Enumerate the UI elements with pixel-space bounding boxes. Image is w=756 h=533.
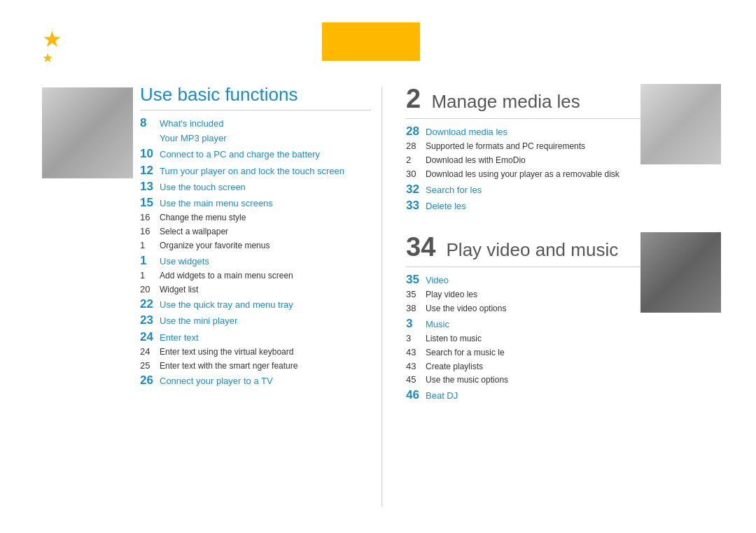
entry-text: Beat DJ <box>426 390 458 402</box>
page-number: 35 <box>406 273 426 287</box>
page-number: 43 <box>406 361 426 371</box>
toc-row: 1 Use widgets <box>140 254 371 268</box>
toc-row: 16 Select a wallpaper <box>140 226 371 238</box>
page-number: 30 <box>406 169 426 179</box>
stars-decoration: ★ ★ <box>42 28 62 64</box>
page-number: 16 <box>140 226 160 236</box>
left-section-heading: Use basic functions <box>140 84 371 111</box>
page-number: 25 <box>140 360 160 371</box>
entry-text: Search for a music le <box>426 347 505 359</box>
toc-row: 20 Widget list <box>140 284 371 296</box>
toc-row: 35 Play video les <box>406 289 630 301</box>
entry-text: Video <box>426 274 449 287</box>
page-number: 1 <box>140 240 160 250</box>
section-number: 34 <box>406 232 435 262</box>
toc-row: 3 Music <box>406 317 630 331</box>
page-number: 33 <box>406 199 426 213</box>
entry-text: Enter text with the smart nger feature <box>160 360 298 372</box>
toc-row: 46 Beat DJ <box>406 388 721 402</box>
entry-text: Use the quick tray and menu tray <box>160 299 293 311</box>
page-number: 22 <box>140 297 160 311</box>
toc-row: 2 Download les with EmoDio <box>406 155 630 166</box>
entry-text: Use widgets <box>160 255 209 268</box>
entry-text: Music <box>426 318 449 331</box>
page-number: 24 <box>140 330 160 344</box>
page-number: 3 <box>406 317 426 331</box>
toc-row: Your MP3 player <box>160 132 371 145</box>
entry-text: Delete les <box>426 200 466 213</box>
page-number: 8 <box>140 116 160 130</box>
toc-row: 1 Add widgets to a main menu screen <box>140 270 371 282</box>
entry-text: Use the touch screen <box>160 181 246 194</box>
page-number: 35 <box>406 289 426 299</box>
entry-text: Connect to a PC and charge the battery <box>160 148 320 161</box>
entry-text: Connect your player to a TV <box>160 375 273 388</box>
page-number: 1 <box>140 254 160 268</box>
toc-row: 15 Use the main menu screens <box>140 196 371 210</box>
entry-text: Listen to music <box>426 333 482 345</box>
toc-row: 30 Download les using your player as a r… <box>406 169 630 180</box>
entry-text: Widget list <box>160 284 198 296</box>
thumbnail-top-right-image <box>640 84 721 164</box>
page-number: 23 <box>140 313 160 327</box>
page-number: 46 <box>406 388 426 402</box>
page-number: 26 <box>140 374 160 388</box>
toc-row: 23 Use the mini player <box>140 313 371 327</box>
page-number: 3 <box>406 333 426 343</box>
toc-row: 28 Supported le formats and PC requireme… <box>406 141 630 152</box>
entry-text: Download les with EmoDio <box>426 155 526 166</box>
toc-row: 43 Create playlists <box>406 361 721 373</box>
toc-row: 32 Search for les <box>406 183 721 197</box>
page-number: 43 <box>406 347 426 357</box>
toc-row: 24 Enter text using the virtual keyboard <box>140 346 371 358</box>
toc-row: 38 Use the video options <box>406 303 630 315</box>
page-number: 24 <box>140 346 160 357</box>
entry-text: Change the menu style <box>160 212 246 224</box>
toc-row: 25 Enter text with the smart nger featur… <box>140 360 371 372</box>
page-number: 28 <box>406 125 426 138</box>
toc-row: 28 Download media les <box>406 125 630 138</box>
toc-row: 3 Listen to music <box>406 333 721 345</box>
page-number: 38 <box>406 303 426 313</box>
toc-row: 35 Video <box>406 273 630 287</box>
toc-row: 43 Search for a music le <box>406 347 721 359</box>
entry-text: What's included <box>160 118 223 130</box>
star-large-icon: ★ <box>42 28 62 50</box>
page-number: 12 <box>140 164 160 178</box>
entry-text: Enter text <box>160 332 199 344</box>
page-number: 13 <box>140 180 160 194</box>
entry-text: Your MP3 player <box>160 132 227 145</box>
toc-row: 22 Use the quick tray and menu tray <box>140 297 371 311</box>
page-number: 1 <box>140 270 160 280</box>
toc-row: 33 Delete les <box>406 199 721 213</box>
toc-row: 16 Change the menu style <box>140 212 371 224</box>
toc-row: 8 What's included <box>140 116 371 130</box>
entry-text: Select a wallpaper <box>160 226 228 238</box>
toc-row: 1 Organize your favorite menus <box>140 240 371 252</box>
entry-text: Use the music options <box>426 374 508 386</box>
star-small-icon: ★ <box>42 52 62 64</box>
section-divider <box>382 87 382 507</box>
page-number: 10 <box>140 147 160 161</box>
entry-text: Download les using your player as a remo… <box>426 169 620 180</box>
entry-text: Create playlists <box>426 361 483 373</box>
entry-text: Play video les <box>426 289 477 301</box>
entry-text: Supported le formats and PC requirements <box>426 141 585 152</box>
entry-text: Search for les <box>426 184 482 197</box>
section-number: 2 <box>406 84 421 113</box>
page-number: 16 <box>140 212 160 222</box>
entry-text: Download media les <box>426 126 507 138</box>
entry-text: Use the video options <box>426 303 506 315</box>
toc-row: 13 Use the touch screen <box>140 180 371 194</box>
page-number: 32 <box>406 183 426 197</box>
toc-row: 24 Enter text <box>140 330 371 344</box>
page-number: 45 <box>406 374 426 385</box>
page-number: 20 <box>140 284 160 294</box>
yellow-banner <box>322 22 420 61</box>
thumbnail-bottom-right-image <box>640 232 721 313</box>
entry-text: Use the mini player <box>160 315 237 327</box>
section-title: Play video and music <box>447 239 619 260</box>
entry-text: Use the main menu screens <box>160 197 273 210</box>
toc-row: 12 Turn your player on and lock the touc… <box>140 164 371 178</box>
entry-text: Add widgets to a main menu screen <box>160 270 293 282</box>
